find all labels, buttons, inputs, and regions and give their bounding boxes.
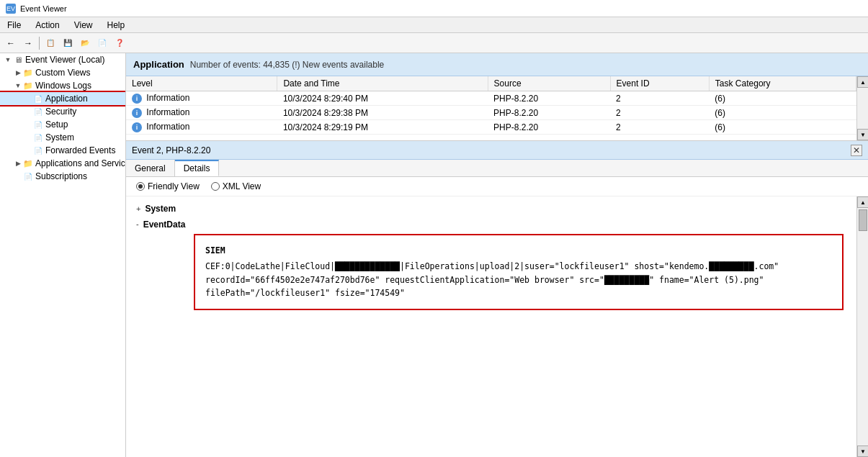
detail-scroll-track bbox=[857, 208, 868, 445]
window-title: Event Viewer bbox=[20, 4, 67, 13]
table-row[interactable]: i Information 10/3/2024 8:29:38 PM PHP-8… bbox=[126, 106, 856, 120]
row2-task: (6) bbox=[709, 106, 856, 120]
folder-icon-windows: 📁 bbox=[23, 81, 33, 91]
tree-label-subscriptions: Subscriptions bbox=[35, 171, 87, 181]
detail-content: + System - EventData SIEM CEF:0|CodeLath… bbox=[126, 196, 868, 457]
expand-event-viewer: ▼ bbox=[3, 56, 13, 63]
menu-view[interactable]: View bbox=[67, 17, 100, 32]
tree-label-forwarded: Forwarded Events bbox=[45, 145, 115, 155]
doc-icon-subscriptions: 📄 bbox=[23, 171, 33, 181]
doc-icon-setup: 📄 bbox=[33, 119, 43, 130]
title-bar: EV Event Viewer bbox=[0, 0, 868, 17]
row3-eventid: 2 bbox=[610, 120, 709, 135]
import-button[interactable]: 📂 bbox=[77, 35, 93, 51]
folder-icon-apps: 📁 bbox=[23, 158, 33, 168]
tree-forwarded[interactable]: 📄 Forwarded Events bbox=[0, 144, 125, 157]
view-options: Friendly View XML View bbox=[126, 177, 868, 196]
doc-icon-security: 📄 bbox=[33, 107, 43, 117]
back-button[interactable]: ← bbox=[3, 35, 19, 51]
radio-circle-friendly bbox=[136, 182, 145, 191]
row1-task: (6) bbox=[709, 91, 856, 106]
row1-source: PHP-8.2.20 bbox=[488, 91, 610, 106]
row2-datetime: 10/3/2024 8:29:38 PM bbox=[277, 106, 488, 120]
doc-icon-application: 📄 bbox=[33, 94, 43, 104]
tree-label-windows-logs: Windows Logs bbox=[35, 81, 91, 91]
radio-dot-friendly bbox=[138, 184, 143, 189]
tab-details[interactable]: Details bbox=[175, 160, 220, 176]
table-row[interactable]: i Information 10/3/2024 8:29:19 PM PHP-8… bbox=[126, 120, 856, 135]
expand-apps-services: ▶ bbox=[13, 160, 23, 167]
expand-windows-logs: ▼ bbox=[13, 82, 23, 89]
detail-scrollbar[interactable]: ▲ ▼ bbox=[856, 196, 868, 457]
tree-label-setup: Setup bbox=[45, 119, 68, 130]
tree-label-apps-services: Applications and Services Lo bbox=[35, 158, 126, 168]
row2-eventid: 2 bbox=[610, 106, 709, 120]
scrollbar-down-arrow[interactable]: ▼ bbox=[857, 129, 868, 140]
app-header-info: Number of events: 44,835 (!) New events … bbox=[190, 60, 384, 70]
system-section-toggle[interactable]: + System bbox=[136, 204, 858, 214]
row2-source: PHP-8.2.20 bbox=[488, 106, 610, 120]
properties-button[interactable]: 📄 bbox=[94, 35, 110, 51]
scrollbar-up-arrow[interactable]: ▲ bbox=[857, 76, 868, 88]
app-header: Application Number of events: 44,835 (!)… bbox=[126, 53, 868, 76]
events-table: Level Date and Time Source Event ID Task… bbox=[126, 76, 856, 135]
tree-label-application: Application bbox=[45, 94, 88, 104]
forward-button[interactable]: → bbox=[20, 35, 36, 51]
menu-help[interactable]: Help bbox=[100, 17, 133, 32]
tree-subscriptions[interactable]: 📄 Subscriptions bbox=[0, 170, 125, 183]
col-datetime: Date and Time bbox=[277, 76, 488, 91]
event-data-section: - EventData SIEM CEF:0|CodeLathe|FileClo… bbox=[136, 220, 858, 310]
tree-application[interactable]: 📄 Application bbox=[0, 92, 125, 105]
radio-circle-xml bbox=[211, 182, 220, 191]
xml-view-label: XML View bbox=[223, 181, 261, 191]
detail-scroll-thumb[interactable] bbox=[859, 209, 867, 231]
friendly-view-label: Friendly View bbox=[148, 181, 200, 191]
plus-icon: + bbox=[136, 204, 140, 213]
table-header-row: Level Date and Time Source Event ID Task… bbox=[126, 76, 856, 91]
doc-icon-system: 📄 bbox=[33, 132, 43, 142]
help-button[interactable]: ❓ bbox=[112, 35, 127, 51]
detail-scroll-up[interactable]: ▲ bbox=[857, 196, 868, 208]
tree-apps-services[interactable]: ▶ 📁 Applications and Services Lo bbox=[0, 157, 125, 170]
info-icon-2: i bbox=[132, 108, 142, 118]
doc-icon-forwarded: 📄 bbox=[33, 145, 43, 155]
app-header-title: Application bbox=[133, 59, 184, 70]
tree-event-viewer-local[interactable]: ▼ 🖥 Event Viewer (Local) bbox=[0, 53, 125, 66]
detail-scroll-down[interactable]: ▼ bbox=[857, 445, 868, 457]
row3-source: PHP-8.2.20 bbox=[488, 120, 610, 135]
row3-task: (6) bbox=[709, 120, 856, 135]
tree-windows-logs[interactable]: ▼ 📁 Windows Logs bbox=[0, 79, 125, 92]
minus-icon: - bbox=[136, 220, 139, 228]
tree-security[interactable]: 📄 Security bbox=[0, 105, 125, 118]
detail-close-button[interactable]: ✕ bbox=[851, 145, 862, 156]
event-data-section-label: EventData bbox=[143, 220, 186, 230]
radio-xml-view[interactable]: XML View bbox=[211, 181, 261, 191]
events-table-container: Level Date and Time Source Event ID Task… bbox=[126, 76, 868, 141]
toolbar: ← → 📋 💾 📂 📄 ❓ bbox=[0, 33, 868, 53]
row1-datetime: 10/3/2024 8:29:40 PM bbox=[277, 91, 488, 106]
toolbar-sep-1 bbox=[39, 37, 40, 50]
info-icon-3: i bbox=[132, 122, 142, 132]
tab-general[interactable]: General bbox=[126, 160, 175, 176]
tree-label-event-viewer: Event Viewer (Local) bbox=[25, 55, 105, 65]
col-source: Source bbox=[488, 76, 610, 91]
menu-action[interactable]: Action bbox=[28, 17, 66, 32]
tree-custom-views[interactable]: ▶ 📁 Custom Views bbox=[0, 66, 125, 79]
new-log-button[interactable]: 📋 bbox=[42, 35, 58, 51]
table-row[interactable]: i Information 10/3/2024 8:29:40 PM PHP-8… bbox=[126, 91, 856, 106]
table-scrollbar[interactable]: ▲ ▼ bbox=[856, 76, 868, 140]
menu-file[interactable]: File bbox=[0, 17, 28, 32]
row2-level: i Information bbox=[126, 106, 277, 120]
col-taskcategory: Task Category bbox=[709, 76, 856, 91]
system-section: + System bbox=[136, 204, 858, 214]
radio-friendly-view[interactable]: Friendly View bbox=[136, 181, 200, 191]
system-section-label: System bbox=[145, 204, 176, 214]
row3-datetime: 10/3/2024 8:29:19 PM bbox=[277, 120, 488, 135]
tree-system[interactable]: 📄 System bbox=[0, 131, 125, 144]
menu-bar: File Action View Help bbox=[0, 17, 868, 33]
row1-eventid: 2 bbox=[610, 91, 709, 106]
tree-setup[interactable]: 📄 Setup bbox=[0, 118, 125, 131]
col-eventid: Event ID bbox=[610, 76, 709, 91]
save-button[interactable]: 💾 bbox=[60, 35, 76, 51]
siem-title: SIEM bbox=[205, 244, 832, 257]
